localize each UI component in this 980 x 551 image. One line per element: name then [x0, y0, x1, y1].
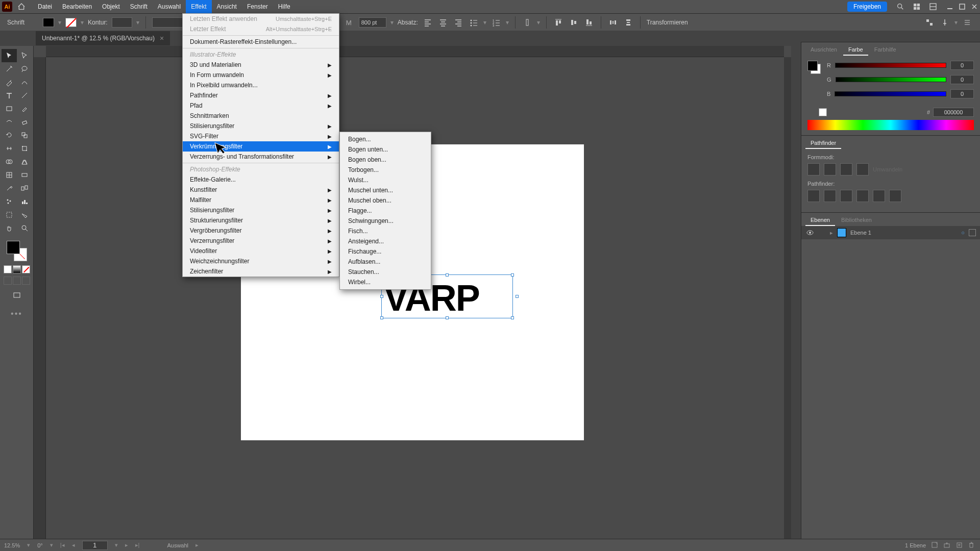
- artboard-tool[interactable]: [2, 208, 17, 221]
- none-swatch[interactable]: [807, 108, 816, 116]
- menu-objekt[interactable]: Objekt: [97, 0, 125, 13]
- opacity-input[interactable]: [152, 17, 183, 28]
- fill-swatch[interactable]: [43, 18, 54, 27]
- artboard-nav-input[interactable]: [82, 541, 108, 550]
- menu-ansicht[interactable]: Ansicht: [212, 0, 242, 13]
- menu-datei[interactable]: Datei: [33, 0, 57, 13]
- curvature-tool[interactable]: [17, 76, 32, 89]
- pathfinder-tab[interactable]: Pathfinder: [805, 138, 841, 149]
- shape-builder-tool[interactable]: [2, 155, 17, 168]
- vertical-text-icon[interactable]: [522, 17, 533, 28]
- panel-menu-icon[interactable]: [962, 17, 973, 28]
- symbol-sprayer-tool[interactable]: [2, 195, 17, 208]
- submenu-item[interactable]: Stauchen...: [340, 267, 431, 277]
- panel-tab[interactable]: Farbe: [843, 44, 868, 56]
- g-slider[interactable]: [836, 77, 946, 82]
- transform-label[interactable]: Transformieren: [647, 19, 688, 26]
- minus-front-icon[interactable]: [824, 163, 836, 176]
- visibility-icon[interactable]: [805, 228, 815, 237]
- submenu-item[interactable]: Bogen...: [340, 134, 431, 144]
- layer-row[interactable]: ▸ Ebene 1 ○: [801, 226, 980, 239]
- outline-icon[interactable]: [873, 190, 885, 202]
- right-dock[interactable]: [791, 42, 801, 539]
- shaper-tool[interactable]: [2, 115, 17, 129]
- line-tool[interactable]: [17, 89, 32, 102]
- intersect-icon[interactable]: [840, 163, 852, 176]
- align-bottom-icon[interactable]: [583, 17, 595, 28]
- menu-item[interactable]: Strukturierungsfilter▶: [183, 215, 339, 226]
- stroke-width-input[interactable]: [112, 17, 132, 28]
- tab-close-icon[interactable]: ×: [160, 34, 164, 42]
- menu-item[interactable]: Schnittmarken: [183, 111, 339, 121]
- exclude-icon[interactable]: [856, 163, 869, 176]
- unite-icon[interactable]: [807, 163, 820, 176]
- menu-item[interactable]: Stilisierungsfilter▶: [183, 121, 339, 131]
- menu-item[interactable]: Verzerrungs- und Transformationsfilter▶: [183, 152, 339, 162]
- menu-item[interactable]: Videofilter▶: [183, 246, 339, 256]
- color-mode-icon[interactable]: [4, 265, 12, 273]
- isolate-icon[interactable]: [924, 17, 935, 28]
- submenu-item[interactable]: Wulst...: [340, 175, 431, 185]
- close-icon[interactable]: [971, 3, 978, 10]
- g-input[interactable]: [950, 75, 974, 84]
- menu-item[interactable]: In Form umwandeln▶: [183, 70, 339, 80]
- layer-locate-icon[interactable]: [931, 541, 938, 549]
- edit-toolbar-icon[interactable]: •••: [11, 309, 22, 318]
- minus-back-icon[interactable]: [889, 190, 901, 202]
- menu-auswahl[interactable]: Auswahl: [153, 0, 186, 13]
- delete-layer-icon[interactable]: [968, 541, 975, 549]
- distribute-v-icon[interactable]: [623, 17, 634, 28]
- menu-item[interactable]: 3D und Materialien▶: [183, 60, 339, 70]
- b-slider[interactable]: [835, 91, 946, 96]
- new-layer-icon[interactable]: [955, 541, 963, 549]
- align-center-icon[interactable]: [437, 17, 449, 28]
- list-bullet-icon[interactable]: [468, 17, 479, 28]
- r-slider[interactable]: [835, 63, 946, 68]
- arrange-icon[interactable]: [911, 1, 923, 13]
- menu-bearbeiten[interactable]: Bearbeiten: [57, 0, 97, 13]
- submenu-item[interactable]: Fischauge...: [340, 246, 431, 257]
- pin-icon[interactable]: [939, 17, 950, 28]
- align-top-icon[interactable]: [553, 17, 564, 28]
- submenu-item[interactable]: Bogen unten...: [340, 144, 431, 155]
- menu-schrift[interactable]: Schrift: [125, 0, 153, 13]
- slice-tool[interactable]: [17, 208, 32, 221]
- scale-tool[interactable]: [17, 129, 32, 142]
- magic-wand-tool[interactable]: [2, 62, 17, 76]
- layer-name[interactable]: Ebene 1: [850, 230, 871, 236]
- font-size-input[interactable]: [359, 17, 386, 28]
- r-input[interactable]: [950, 61, 974, 70]
- menu-fenster[interactable]: Fenster: [242, 0, 273, 13]
- menu-item[interactable]: Weichzeichnungsfilter▶: [183, 256, 339, 266]
- submenu-item[interactable]: Flagge...: [340, 206, 431, 216]
- submenu-item[interactable]: Muschel unten...: [340, 185, 431, 195]
- trim-icon[interactable]: [824, 190, 836, 202]
- align-vcenter-icon[interactable]: [568, 17, 579, 28]
- menu-item[interactable]: Pathfinder▶: [183, 90, 339, 101]
- list-number-icon[interactable]: 123: [491, 17, 502, 28]
- hex-input[interactable]: [933, 108, 974, 117]
- menu-effekt[interactable]: Effekt: [186, 0, 211, 13]
- type-tool[interactable]: [2, 89, 17, 102]
- menu-item[interactable]: In Pixelbild umwandeln...: [183, 80, 339, 90]
- new-sublayer-icon[interactable]: [943, 541, 950, 549]
- menu-item[interactable]: Verzerrungsfilter▶: [183, 236, 339, 246]
- workspace-icon[interactable]: [927, 1, 939, 13]
- perspective-tool[interactable]: [17, 155, 32, 168]
- submenu-item[interactable]: Fisch...: [340, 226, 431, 236]
- blend-tool[interactable]: [17, 182, 32, 195]
- eyedropper-tool[interactable]: [2, 182, 17, 195]
- submenu-item[interactable]: Muschel oben...: [340, 195, 431, 206]
- panel-tab[interactable]: Bibliotheken: [836, 215, 877, 226]
- menu-item[interactable]: Malfilter▶: [183, 195, 339, 205]
- rectangle-tool[interactable]: [2, 102, 17, 115]
- menu-item[interactable]: Zeichenfilter▶: [183, 266, 339, 277]
- menu-raster-settings[interactable]: Dokument-Rastereffekt-Einstellungen...: [183, 37, 339, 47]
- submenu-item[interactable]: Aufblasen...: [340, 257, 431, 267]
- scrollbar-vertical[interactable]: [784, 57, 791, 539]
- draw-behind-icon[interactable]: [13, 277, 21, 285]
- menu-item[interactable]: Effekte-Galerie...: [183, 174, 339, 185]
- menu-item[interactable]: Verkrümmungsfilter▶: [183, 141, 339, 152]
- minimize-icon[interactable]: [946, 3, 953, 10]
- gradient-tool[interactable]: [17, 168, 32, 182]
